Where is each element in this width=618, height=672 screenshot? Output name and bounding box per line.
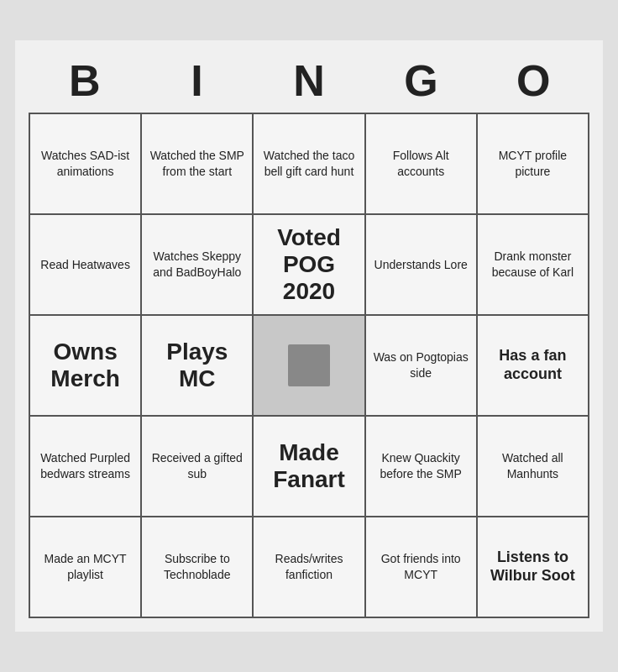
cell-text-8: Understands Lore bbox=[374, 257, 468, 273]
cell-text-2: Watched the taco bell gift card hunt bbox=[259, 148, 359, 180]
bingo-cell-5[interactable]: Read Heatwaves bbox=[30, 215, 142, 316]
bingo-cell-19[interactable]: Watched all Manhunts bbox=[478, 417, 589, 517]
bingo-cell-7[interactable]: Voted POG 2020 bbox=[254, 215, 365, 316]
cell-text-20: Made an MCYT playlist bbox=[35, 551, 135, 583]
bingo-cell-3[interactable]: Follows Alt accounts bbox=[366, 114, 478, 215]
cell-text-23: Got friends into MCYT bbox=[371, 551, 471, 583]
bingo-cell-13[interactable]: Was on Pogtopias side bbox=[366, 316, 478, 417]
cell-text-19: Watched all Manhunts bbox=[483, 450, 583, 482]
cell-text-11: Plays MC bbox=[147, 339, 247, 392]
cell-text-7: Voted POG 2020 bbox=[259, 224, 359, 306]
bingo-cell-0[interactable]: Watches SAD-ist animations bbox=[30, 114, 142, 215]
bingo-cell-18[interactable]: Knew Quackity before the SMP bbox=[366, 417, 478, 517]
cell-text-0: Watches SAD-ist animations bbox=[35, 148, 135, 180]
bingo-cell-24[interactable]: Listens to Wilbur Soot bbox=[478, 517, 589, 618]
bingo-cell-20[interactable]: Made an MCYT playlist bbox=[30, 517, 142, 618]
cell-text-1: Watched the SMP from the start bbox=[147, 148, 247, 180]
bingo-cell-16[interactable]: Received a gifted sub bbox=[142, 417, 254, 517]
cell-text-14: Has a fan account bbox=[483, 347, 583, 383]
bingo-cell-2[interactable]: Watched the taco bell gift card hunt bbox=[254, 114, 365, 215]
cell-text-16: Received a gifted sub bbox=[147, 450, 247, 482]
bingo-header: BINGO bbox=[29, 49, 589, 113]
bingo-cell-1[interactable]: Watched the SMP from the start bbox=[142, 114, 254, 215]
bingo-cell-6[interactable]: Watches Skeppy and BadBoyHalo bbox=[142, 215, 254, 316]
bingo-cell-21[interactable]: Subscribe to Technoblade bbox=[142, 517, 254, 618]
bingo-cell-11[interactable]: Plays MC bbox=[142, 316, 254, 417]
bingo-cell-15[interactable]: Watched Purpled bedwars streams bbox=[30, 417, 142, 517]
header-letter-b: B bbox=[34, 55, 135, 106]
bingo-cell-9[interactable]: Drank monster because of Karl bbox=[478, 215, 589, 316]
header-letter-n: N bbox=[259, 55, 359, 106]
cell-text-4: MCYT profile picture bbox=[483, 148, 583, 180]
bingo-card: BINGO Watches SAD-ist animationsWatched … bbox=[15, 40, 603, 632]
header-letter-i: I bbox=[146, 55, 247, 106]
cell-text-17: Made Fanart bbox=[259, 439, 359, 493]
bingo-cell-4[interactable]: MCYT profile picture bbox=[478, 114, 589, 215]
cell-text-13: Was on Pogtopias side bbox=[371, 349, 471, 381]
bingo-cell-22[interactable]: Reads/writes fanfiction bbox=[254, 517, 365, 618]
bingo-grid: Watches SAD-ist animationsWatched the SM… bbox=[29, 113, 589, 618]
header-letter-g: G bbox=[371, 55, 472, 106]
bingo-cell-8[interactable]: Understands Lore bbox=[366, 215, 478, 316]
cell-text-6: Watches Skeppy and BadBoyHalo bbox=[147, 249, 247, 281]
cell-text-21: Subscribe to Technoblade bbox=[147, 551, 247, 583]
header-letter-o: O bbox=[483, 55, 584, 106]
cell-text-9: Drank monster because of Karl bbox=[483, 249, 583, 281]
cell-text-15: Watched Purpled bedwars streams bbox=[35, 450, 135, 482]
cell-text-18: Knew Quackity before the SMP bbox=[371, 450, 471, 482]
bingo-cell-10[interactable]: Owns Merch bbox=[30, 316, 142, 417]
cell-text-10: Owns Merch bbox=[35, 339, 135, 392]
free-square-marker bbox=[288, 344, 330, 386]
bingo-cell-17[interactable]: Made Fanart bbox=[254, 417, 365, 517]
bingo-cell-14[interactable]: Has a fan account bbox=[478, 316, 589, 417]
cell-text-24: Listens to Wilbur Soot bbox=[483, 549, 583, 585]
cell-text-22: Reads/writes fanfiction bbox=[259, 551, 359, 583]
bingo-cell-12[interactable] bbox=[254, 316, 365, 417]
cell-text-3: Follows Alt accounts bbox=[371, 148, 471, 180]
bingo-cell-23[interactable]: Got friends into MCYT bbox=[366, 517, 478, 618]
cell-text-5: Read Heatwaves bbox=[40, 257, 130, 273]
